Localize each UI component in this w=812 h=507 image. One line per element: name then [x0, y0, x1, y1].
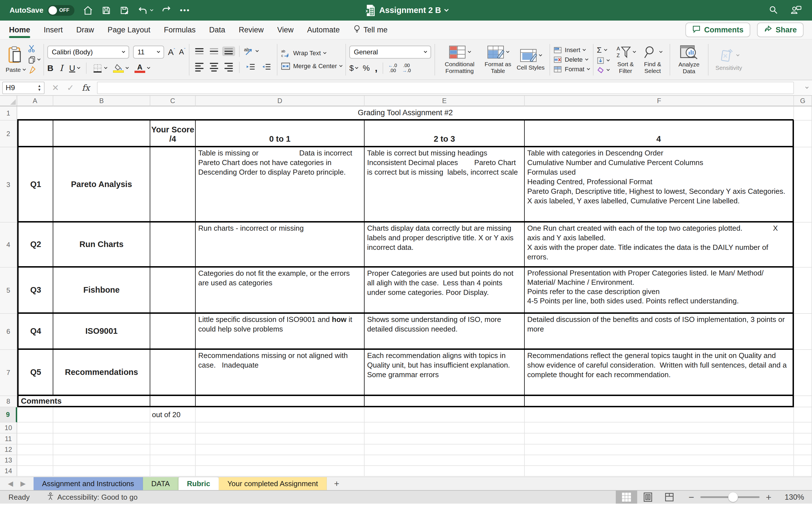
- empty-cell[interactable]: [794, 396, 812, 407]
- increase-indent-button[interactable]: [259, 61, 273, 74]
- criterion-name-cell[interactable]: Pareto Analysis: [53, 147, 150, 223]
- col-header-e[interactable]: E: [364, 96, 525, 107]
- empty-cell[interactable]: [53, 407, 150, 422]
- empty-cell[interactable]: [150, 466, 196, 476]
- tab-automate[interactable]: Automate: [307, 20, 340, 39]
- score-header-cell[interactable]: Your Score /4: [150, 121, 196, 147]
- rubric-text-cell[interactable]: Charts display data correctly but are mi…: [364, 223, 525, 268]
- empty-cell[interactable]: [17, 121, 53, 147]
- tab-view[interactable]: View: [277, 20, 294, 39]
- accessibility-status[interactable]: Accessibility: Good to go: [57, 493, 138, 502]
- insert-function-icon[interactable]: fx: [82, 83, 90, 93]
- rubric-text-cell[interactable]: Recommendations reflect the general topi…: [525, 350, 794, 396]
- empty-cell[interactable]: [53, 455, 150, 466]
- cancel-entry-icon[interactable]: ✕: [52, 83, 59, 93]
- format-painter-icon[interactable]: [28, 66, 40, 75]
- shrink-font-button[interactable]: Aˇ: [179, 48, 186, 56]
- autosave-toggle[interactable]: OFF: [47, 5, 74, 16]
- undo-icon[interactable]: [138, 5, 148, 15]
- band-header-cell[interactable]: 2 to 3: [364, 121, 525, 147]
- empty-cell[interactable]: [150, 434, 196, 445]
- empty-cell[interactable]: [794, 445, 812, 455]
- underline-button[interactable]: U: [69, 63, 80, 73]
- empty-cell[interactable]: [794, 268, 812, 314]
- empty-cell[interactable]: [794, 107, 812, 121]
- empty-cell[interactable]: [794, 466, 812, 476]
- out-of-cell[interactable]: out of 20: [150, 407, 196, 422]
- zoom-level[interactable]: 130%: [780, 493, 804, 502]
- rubric-text-cell[interactable]: Table is correct but missing headings In…: [364, 147, 525, 223]
- empty-cell[interactable]: [794, 223, 812, 268]
- tab-tell-me[interactable]: Tell me: [353, 20, 388, 39]
- question-cell[interactable]: Q5: [17, 350, 53, 396]
- question-cell[interactable]: Q4: [17, 314, 53, 350]
- formula-bar-collapse-icon[interactable]: [805, 86, 808, 89]
- band-header-cell[interactable]: 0 to 1: [196, 121, 364, 147]
- col-header-g[interactable]: G: [794, 96, 812, 107]
- redo-icon[interactable]: [161, 5, 171, 15]
- rubric-text-cell[interactable]: Run charts - incorrect or missing: [196, 223, 364, 268]
- tab-insert[interactable]: Insert: [44, 20, 63, 39]
- empty-cell[interactable]: [794, 407, 812, 422]
- select-all-corner[interactable]: [0, 96, 17, 107]
- align-right-button[interactable]: [222, 61, 235, 73]
- row-header[interactable]: 5: [0, 268, 17, 314]
- rubric-text-cell[interactable]: Categories do not fit the example, or th…: [196, 268, 364, 314]
- sheet-tab-your-completed-assignment[interactable]: Your completed Assignment: [219, 477, 326, 490]
- orientation-button[interactable]: ab: [244, 47, 258, 56]
- zoom-out-button[interactable]: −: [689, 492, 694, 503]
- save-icon[interactable]: [101, 6, 111, 15]
- delete-cells-button[interactable]: Delete: [553, 56, 590, 63]
- page-layout-view-button[interactable]: [637, 491, 659, 504]
- score-cell[interactable]: [150, 268, 196, 314]
- merge-center-button[interactable]: Merge & Center: [281, 62, 342, 71]
- empty-cell[interactable]: [196, 455, 364, 466]
- tab-review[interactable]: Review: [239, 20, 264, 39]
- empty-cell[interactable]: [525, 422, 794, 434]
- row-header[interactable]: 6: [0, 314, 17, 350]
- col-header-f[interactable]: F: [525, 96, 794, 107]
- share-presence-icon[interactable]: [791, 5, 802, 16]
- row-header[interactable]: 4: [0, 223, 17, 268]
- copy-button[interactable]: [28, 55, 40, 64]
- increase-decimal-button[interactable]: ←.0.00: [388, 63, 397, 73]
- align-bottom-button[interactable]: [222, 47, 235, 56]
- empty-cell[interactable]: [364, 455, 525, 466]
- italic-button[interactable]: I: [59, 63, 63, 73]
- empty-cell[interactable]: [53, 121, 150, 147]
- borders-button[interactable]: [93, 63, 107, 73]
- col-header-d[interactable]: D: [196, 96, 364, 107]
- empty-cell[interactable]: [364, 407, 525, 422]
- format-as-table-button[interactable]: Format as Table: [481, 45, 515, 74]
- score-cell[interactable]: [150, 223, 196, 268]
- insert-cells-button[interactable]: Insert: [553, 47, 590, 54]
- currency-button[interactable]: $: [349, 64, 358, 73]
- tab-formulas[interactable]: Formulas: [164, 20, 196, 39]
- criterion-name-cell[interactable]: ISO9001: [53, 314, 150, 350]
- row-header-active[interactable]: 9: [0, 407, 17, 422]
- empty-cell[interactable]: [17, 466, 53, 476]
- empty-cell[interactable]: [196, 407, 364, 422]
- rubric-text-cell[interactable]: Proper Categories are used but points do…: [364, 268, 525, 314]
- row-header[interactable]: 1: [0, 107, 17, 121]
- align-left-button[interactable]: [193, 61, 206, 73]
- empty-cell[interactable]: [364, 434, 525, 445]
- empty-cell[interactable]: [53, 434, 150, 445]
- format-cells-button[interactable]: Format: [553, 66, 590, 73]
- empty-cell[interactable]: [794, 455, 812, 466]
- rubric-text-cell[interactable]: Table is missing or Data is incorrect Pa…: [196, 147, 364, 223]
- empty-cell[interactable]: [196, 466, 364, 476]
- rubric-text-cell[interactable]: Each recommendation aligns with topics i…: [364, 350, 525, 396]
- bold-button[interactable]: B: [47, 63, 54, 73]
- empty-cell[interactable]: [53, 466, 150, 476]
- next-sheet-icon[interactable]: ▶: [20, 480, 26, 488]
- empty-cell[interactable]: [196, 445, 364, 455]
- empty-cell[interactable]: [364, 422, 525, 434]
- zoom-slider-knob[interactable]: [728, 492, 738, 502]
- empty-cell[interactable]: [525, 407, 794, 422]
- empty-cell[interactable]: [150, 455, 196, 466]
- score-cell[interactable]: [150, 350, 196, 396]
- autosum-button[interactable]: Σ: [597, 46, 609, 55]
- empty-cell[interactable]: [17, 445, 53, 455]
- align-middle-button[interactable]: [207, 47, 220, 56]
